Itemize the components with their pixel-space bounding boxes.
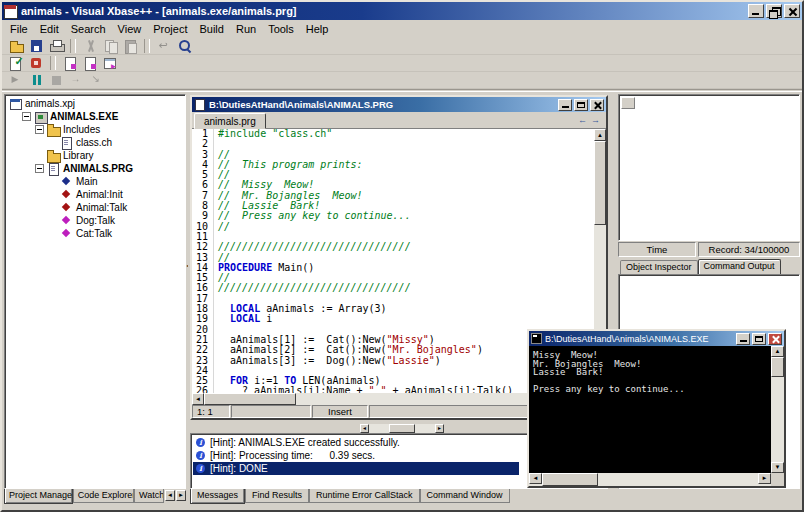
paste-button[interactable] [120, 38, 140, 54]
console-minimize-button[interactable] [736, 333, 750, 345]
link-button[interactable] [60, 55, 80, 71]
tab-animals-prg[interactable]: animals.prg [194, 113, 266, 129]
tree-item-animals-prg[interactable]: ANIMALS.PRG [5, 162, 185, 175]
scroll-thumb[interactable] [542, 473, 598, 486]
console-output[interactable]: Missy Meow!Mr. Bojangles Meow!Lassie Bar… [529, 346, 771, 473]
scroll-left-button[interactable]: ◄ [360, 424, 369, 433]
minimize-button[interactable] [748, 4, 764, 18]
editor-minimize-button[interactable] [558, 99, 572, 111]
menu-item-file[interactable]: File [4, 22, 34, 36]
open-file-button[interactable] [6, 38, 26, 54]
scroll-down-button[interactable]: ▼ [771, 462, 784, 473]
status-spare-cell [231, 405, 311, 418]
build-exe-button[interactable] [80, 55, 100, 71]
tab-command-output[interactable]: Command Output [698, 259, 781, 274]
editor-close-button[interactable] [590, 99, 604, 111]
cut-button[interactable] [80, 38, 100, 54]
console-horizontal-scrollbar[interactable]: ◄ ► [529, 473, 771, 486]
project-icon [9, 98, 23, 110]
tree-item-label: ANIMALS.PRG [61, 163, 135, 174]
scroll-left-button[interactable]: ◄ [192, 393, 204, 405]
nav-back-button[interactable]: ← [576, 114, 589, 127]
tree-item-includes[interactable]: Includes [5, 123, 185, 136]
message-text: [Hint]: Processing time: 0.39 secs. [210, 449, 375, 462]
tab-find-results[interactable]: Find Results [245, 489, 309, 503]
menu-item-search[interactable]: Search [65, 22, 112, 36]
console-title: B:\DutiesAtHand\Animals\ANIMALS.EXE [545, 334, 734, 344]
tab-command-window[interactable]: Command Window [420, 489, 510, 503]
tree-item-cat-talk[interactable]: Cat:Talk [5, 227, 185, 240]
tree-item-main[interactable]: Main [5, 175, 185, 188]
stop-button[interactable] [46, 72, 66, 88]
scroll-left-button[interactable]: ◄ [529, 473, 542, 484]
code-line: 19 LOCAL i [192, 314, 594, 324]
scroll-right-button[interactable]: ► [758, 473, 771, 484]
menu-item-edit[interactable]: Edit [34, 22, 65, 36]
toolbar-row-2 [2, 55, 802, 72]
pause-button[interactable] [26, 72, 46, 88]
code-line: 12//////////////////////////////// [192, 242, 594, 252]
step-into-button[interactable] [86, 72, 106, 88]
scroll-up-button[interactable]: ▲ [594, 129, 606, 141]
debug-run-icon [9, 73, 24, 87]
console-titlebar[interactable]: B:\DutiesAtHand\Animals\ANIMALS.EXE [529, 331, 784, 346]
tree-expander-icon[interactable] [35, 164, 44, 173]
menu-item-help[interactable]: Help [300, 22, 335, 36]
code-line: 9// Press any key to continue... [192, 211, 594, 221]
tree-item-animals-exe[interactable]: ANIMALS.EXE [5, 110, 185, 123]
tab-scroll-left-button[interactable]: ◄ [165, 490, 175, 501]
compile-button[interactable] [6, 55, 26, 71]
menu-item-tools[interactable]: Tools [262, 22, 300, 36]
console-close-button[interactable] [768, 333, 782, 345]
menu-item-project[interactable]: Project [147, 22, 193, 36]
tab-messages[interactable]: Messages [190, 489, 245, 504]
console-vertical-scrollbar[interactable]: ▲ ▼ [771, 346, 784, 473]
console-maximize-button[interactable] [752, 333, 766, 345]
tab-project-manager[interactable]: Project Manager [4, 489, 73, 504]
nav-forward-button[interactable]: → [589, 114, 602, 127]
restore-button[interactable] [766, 4, 782, 18]
tree-item-dog-talk[interactable]: Dog:Talk [5, 214, 185, 227]
menu-item-build[interactable]: Build [193, 22, 229, 36]
scroll-thumb[interactable] [204, 393, 296, 405]
message-row[interactable]: i[Hint]: DONE [193, 462, 519, 475]
scroll-right-button[interactable]: ► [435, 424, 444, 433]
tab-watch[interactable]: Watch [134, 489, 164, 503]
tree-item-class-ch[interactable]: class.ch [5, 136, 185, 149]
code-line: 1#include "class.ch" [192, 129, 594, 139]
step-over-button[interactable] [66, 72, 86, 88]
tree-expander-icon[interactable] [22, 112, 31, 121]
tab-scroll-right-button[interactable]: ► [176, 490, 186, 501]
menu-item-view[interactable]: View [112, 22, 148, 36]
open-file-icon [9, 39, 24, 53]
exe-icon [34, 111, 48, 123]
debug-run-button[interactable] [6, 72, 26, 88]
print-button[interactable] [46, 38, 66, 54]
tree-item-animal-init[interactable]: Animal:Init [5, 188, 185, 201]
run-project-button[interactable] [100, 55, 120, 71]
toolbar-separator [50, 56, 56, 70]
scroll-thumb[interactable] [771, 357, 784, 377]
save-button[interactable] [26, 38, 46, 54]
undo-button[interactable] [154, 38, 174, 54]
tree-item-animal-talk[interactable]: Animal:Talk [5, 201, 185, 214]
tree-item-animals-xpj[interactable]: animals.xpj [5, 97, 185, 110]
scroll-thumb[interactable] [389, 424, 415, 433]
build-button[interactable] [26, 55, 46, 71]
find-button[interactable] [174, 38, 194, 54]
scroll-up-button[interactable]: ▲ [771, 346, 784, 357]
editor-maximize-button[interactable] [574, 99, 588, 111]
mdi-horizontal-scrollbar[interactable]: ◄ ► [360, 424, 444, 433]
window-titlebar[interactable]: animals - Visual Xbase++ - [animals.exe/… [2, 2, 802, 20]
tree-item-library[interactable]: Library [5, 149, 185, 162]
close-button[interactable] [784, 4, 800, 18]
tab-code-explorer[interactable]: Code Explorer [73, 489, 134, 503]
tab-runtime-error-callstack[interactable]: Runtime Error CallStack [309, 489, 420, 503]
scroll-thumb[interactable] [594, 141, 606, 225]
tree-item-label: animals.xpj [23, 98, 77, 109]
menu-item-run[interactable]: Run [230, 22, 262, 36]
tree-expander-icon[interactable] [35, 125, 44, 134]
tab-object-inspector[interactable]: Object Inspector [620, 260, 698, 274]
editor-titlebar[interactable]: B:\DutiesAtHand\Animals\ANIMALS.PRG [192, 97, 606, 112]
copy-button[interactable] [100, 38, 120, 54]
